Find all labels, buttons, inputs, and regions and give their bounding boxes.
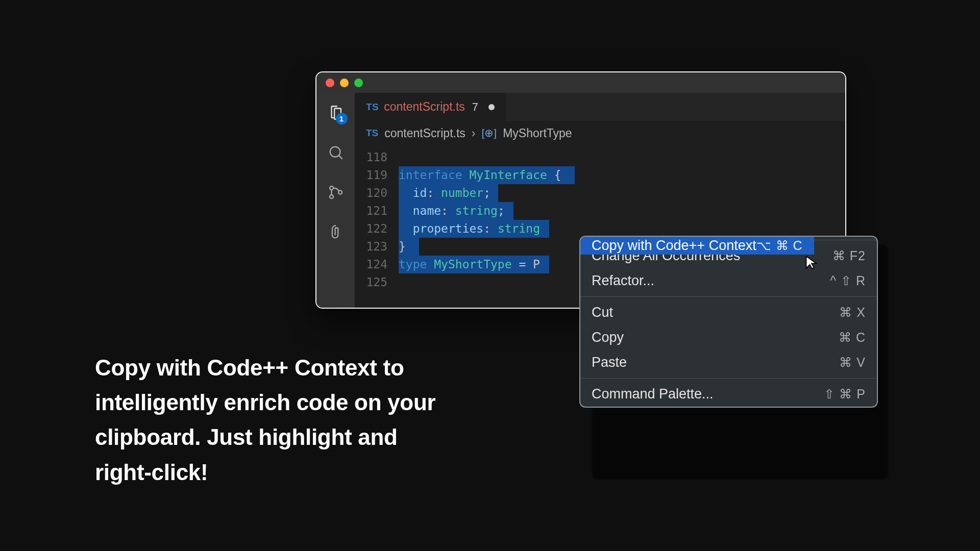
- typescript-badge-icon: TS: [366, 102, 379, 113]
- menu-item-shortcut: ⌘ F2: [832, 248, 866, 263]
- attachment-icon[interactable]: [327, 223, 345, 241]
- code-line[interactable]: [399, 273, 561, 291]
- code-line[interactable]: properties: string: [399, 220, 561, 238]
- menu-item-shortcut: ⇧ ⌘ P: [824, 387, 866, 402]
- svg-point-0: [330, 147, 340, 157]
- svg-point-1: [329, 186, 333, 190]
- window-titlebar: [316, 72, 845, 93]
- cursor-icon: [804, 255, 819, 269]
- menu-item-label: Refactor...: [592, 273, 654, 289]
- menu-item-label: Copy: [592, 330, 624, 345]
- code-line[interactable]: [399, 148, 561, 166]
- explorer-badge: 1: [336, 113, 348, 124]
- line-number: 121: [355, 202, 387, 220]
- menu-separator: [580, 296, 877, 297]
- menu-item-label: Cut: [592, 305, 613, 320]
- menu-item-paste[interactable]: Paste⌘ V: [580, 350, 877, 375]
- code-line[interactable]: name: string;: [399, 202, 561, 220]
- menu-separator: [580, 378, 877, 379]
- breadcrumb-file: contentScript.ts: [384, 127, 465, 140]
- editor-tabbar: TS contentScript.ts 7: [355, 93, 845, 121]
- svg-point-2: [329, 195, 333, 198]
- context-menu: Copy with Code++ Context⌥ ⌘ CChange All …: [579, 236, 878, 408]
- minimize-window-button[interactable]: [340, 79, 349, 87]
- tab-filename: contentScript.ts: [384, 100, 465, 114]
- code-line[interactable]: id: number;: [399, 184, 561, 202]
- svg-point-3: [338, 190, 341, 194]
- tab-contentscript[interactable]: TS contentScript.ts 7: [355, 93, 506, 121]
- breadcrumb-symbol: MyShortType: [503, 127, 572, 140]
- menu-item-copy[interactable]: Copy⌘ C: [580, 325, 877, 350]
- menu-item-refactor[interactable]: Refactor...^ ⇧ R: [580, 268, 877, 293]
- menu-item-shortcut: ⌘ X: [839, 305, 866, 320]
- menu-item-cut[interactable]: Cut⌘ X: [580, 300, 877, 325]
- breadcrumb[interactable]: TS contentScript.ts › [⊕] MyShortType: [355, 121, 845, 145]
- close-window-button[interactable]: [326, 79, 334, 87]
- menu-item-label: Paste: [592, 355, 627, 370]
- code-line[interactable]: interface MyInterface {: [399, 166, 561, 184]
- code-line[interactable]: type MyShortType = P: [399, 256, 561, 273]
- symbol-interface-icon: [⊕]: [481, 127, 497, 139]
- menu-item-shortcut: ⌘ V: [839, 355, 866, 370]
- explorer-icon[interactable]: 1: [327, 104, 345, 121]
- menu-item-shortcut: ⌘ C: [839, 330, 866, 345]
- search-icon[interactable]: [327, 144, 345, 161]
- source-control-icon[interactable]: [327, 184, 345, 201]
- menu-item-label: Command Palette...: [592, 386, 714, 402]
- menu-item-shortcut: ^ ⇧ R: [830, 273, 866, 288]
- line-number: 118: [355, 148, 387, 166]
- chevron-right-icon: ›: [472, 127, 476, 140]
- maximize-window-button[interactable]: [354, 79, 363, 87]
- menu-item-copy-with-code-context[interactable]: Copy with Code++ Context⌥ ⌘ C: [580, 237, 814, 255]
- unsaved-indicator-icon: [488, 104, 495, 110]
- line-number: 124: [355, 256, 387, 273]
- line-number: 120: [355, 184, 387, 202]
- menu-item-command-palette[interactable]: Command Palette...⇧ ⌘ P: [580, 382, 877, 407]
- menu-item-shortcut: ⌥ ⌘ C: [756, 238, 803, 253]
- typescript-badge-icon: TS: [366, 128, 378, 139]
- code-content[interactable]: interface MyInterface { id: number; name…: [399, 145, 561, 308]
- line-number: 119: [355, 166, 387, 184]
- promo-caption: Copy with Code++ Context to intelligentl…: [95, 350, 442, 490]
- tab-problem-count: 7: [472, 101, 478, 114]
- line-number: 123: [355, 238, 387, 256]
- menu-item-label: Copy with Code++ Context: [592, 238, 756, 254]
- line-gutter: 118119120121122123124125: [355, 145, 399, 308]
- activity-bar: 1: [316, 93, 355, 308]
- line-number: 122: [355, 220, 387, 238]
- code-line[interactable]: }: [399, 238, 561, 256]
- line-number: 125: [355, 273, 387, 291]
